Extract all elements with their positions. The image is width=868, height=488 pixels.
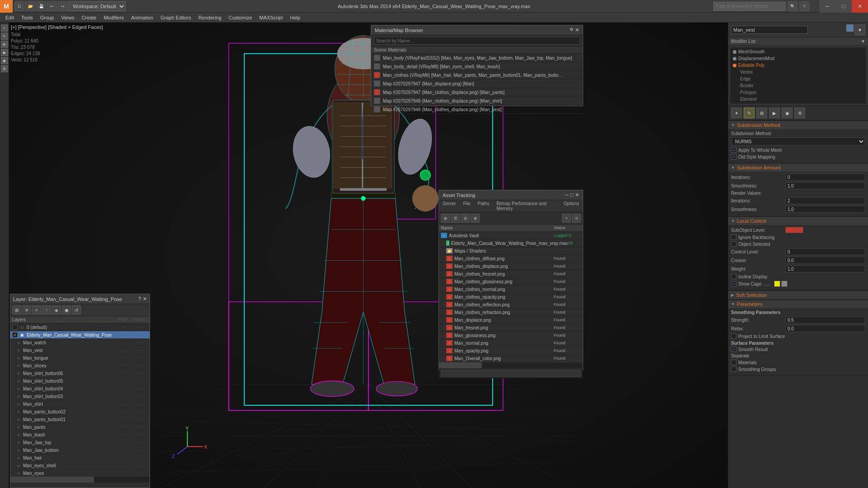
parameters-header[interactable]: ▼ Parameters (728, 300, 868, 308)
menu-help[interactable]: Help (287, 14, 304, 21)
smoothing-groups-checkbox[interactable] (731, 366, 736, 372)
layer-item-pants-btn02[interactable]: ○ Man_pants_button02 - - - - (10, 408, 150, 416)
asset-item-maxfile[interactable]: M Elderly_Man_Casual_Wear_Waiting_Pose_m… (439, 239, 583, 247)
layer-item-elderly[interactable]: ✓ ▣ Elderly_Man_Casual_Wear_Waiting_Pose… (10, 331, 150, 339)
cage-swatch-1[interactable] (774, 281, 780, 287)
smoothness-input[interactable] (785, 182, 865, 189)
maximize-button[interactable]: □ (835, 0, 852, 13)
asset-tool-2[interactable]: ☰ (451, 214, 460, 223)
object-color-icon[interactable] (846, 24, 854, 32)
render-iterations-input[interactable] (785, 197, 865, 204)
weight-input[interactable] (785, 265, 865, 272)
object-icon-2[interactable]: ▼ (854, 24, 865, 35)
layer-refresh-button[interactable]: ↺ (72, 305, 81, 314)
new-button[interactable]: 🗋 (14, 1, 24, 11)
menu-tools[interactable]: Tools (18, 14, 37, 21)
asset-maximize-button[interactable]: □ (570, 192, 573, 198)
hierarchy-tool[interactable]: ⊞ (1, 41, 8, 48)
layer-item-vest[interactable]: ○ Man_vest - - - - (10, 347, 150, 354)
asset-item-vault[interactable]: V Autodesk Vault Logged O (439, 232, 583, 239)
asset-menu-options[interactable]: Options (560, 200, 583, 212)
object-selected-checkbox[interactable] (731, 241, 736, 247)
asset-tool-4[interactable]: ⊞ (471, 214, 480, 223)
mat-item-displace-man[interactable]: Map #2070297947 (Man_displace.png) [Man] (371, 80, 583, 88)
control-level-input[interactable] (785, 248, 865, 255)
layer-item-hair[interactable]: ○ Man_hair - - - - (10, 454, 150, 462)
iterations-input[interactable] (785, 174, 865, 181)
crease-input[interactable] (785, 257, 865, 264)
utility-panel-icon[interactable]: ⚙ (794, 108, 805, 118)
asset-menu-bitmap[interactable]: Bitmap Performance and Memory (493, 200, 560, 212)
minimize-button[interactable]: ─ (819, 0, 835, 13)
layer-item-shoes[interactable]: ○ Man_shoes - - - - (10, 362, 150, 370)
asset-item-img-glossiness[interactable]: I Man_clothes_glossiness.png Found (439, 278, 583, 286)
layer-item-shirt-btn06[interactable]: ○ Man_shirt_button06 - - - - (10, 370, 150, 377)
asset-tool-help[interactable]: ? (562, 214, 571, 223)
utilities-tool[interactable]: ⚙ (1, 65, 8, 72)
asset-tool-3[interactable]: ⊟ (461, 214, 470, 223)
close-button[interactable]: ✕ (852, 0, 868, 13)
subobj-polygon[interactable]: Polygon (731, 89, 865, 96)
materials-checkbox[interactable] (731, 360, 736, 365)
mat-item-displace-vest[interactable]: Map #2070297948 (Man_clothes_displace.pn… (371, 105, 583, 114)
layer-item-watch[interactable]: ○ Man_watch - - - - (10, 339, 150, 347)
asset-item-img-refraction[interactable]: I Man_clothes_refraction.png Found (439, 309, 583, 316)
mat-item-displace-shirt[interactable]: Map #2070297948 (Man_clothes_displace.pn… (371, 97, 583, 105)
layer-item-eyes-shell[interactable]: ○ Man_eyes_shell - - - - (10, 462, 150, 469)
object-name-input[interactable] (731, 26, 808, 34)
layer-default-checkbox[interactable] (12, 324, 18, 330)
motion-panel-icon[interactable]: ▶ (769, 108, 780, 118)
soft-selection-header[interactable]: ▶ Soft Selection (728, 291, 868, 299)
subobj-element[interactable]: Element (731, 96, 865, 103)
subobj-edge[interactable]: Edge (731, 75, 865, 82)
apply-whole-mesh-checkbox[interactable] (731, 147, 736, 153)
layer-item-pants-btn01[interactable]: ○ Man_pants_button01 - - - - (10, 416, 150, 423)
modify-panel-icon[interactable]: ✎ (744, 108, 755, 118)
menu-group[interactable]: Group (37, 14, 58, 21)
layer-item-tongue[interactable]: ○ Man_tongue - - - - (10, 354, 150, 362)
display-panel-icon[interactable]: ◉ (782, 108, 793, 118)
subobj-border[interactable]: Border (731, 82, 865, 89)
layer-item-leash[interactable]: ○ Man_leash - - - - (10, 431, 150, 439)
layer-highlight-button[interactable]: ◉ (62, 305, 71, 314)
mat-item-displace-pants[interactable]: Map #2070297947 (Man_clothes_displace.pn… (371, 88, 583, 97)
menu-rendering[interactable]: Rendering (195, 14, 225, 21)
subobj-vertex[interactable]: Vertex (731, 69, 865, 75)
asset-search-input[interactable] (441, 370, 581, 377)
asset-item-img-reflection[interactable]: I Man_clothes_reflection.png Found (439, 301, 583, 309)
save-button[interactable]: 💾 (36, 1, 46, 11)
mat-item-body-detail[interactable]: Man_body_detail (VRayMtl) [Man_eyes_shel… (371, 62, 583, 71)
layer-scrollbar[interactable] (10, 476, 150, 483)
search-input[interactable] (713, 2, 786, 11)
help-icon[interactable]: ? (799, 1, 809, 11)
asset-menu-server[interactable]: Server (439, 200, 459, 212)
smooth-result-checkbox[interactable] (731, 347, 736, 352)
menu-customize[interactable]: Customize (225, 14, 256, 21)
modifier-editablepoly[interactable]: Editable Poly (731, 62, 865, 69)
modifier-displacement[interactable]: DisplacementMod (731, 55, 865, 62)
asset-item-img-diffuse[interactable]: I Man_clothes_diffuse.png Found (439, 255, 583, 263)
old-style-mapping-checkbox[interactable] (731, 154, 736, 160)
asset-tool-refresh[interactable]: ↺ (572, 214, 581, 223)
create-panel-icon[interactable]: ✦ (731, 108, 742, 118)
layer-new-button[interactable]: ⊞ (12, 305, 21, 314)
layer-item-jaw-bottom[interactable]: ○ Man_Jaw_bottom - - - - (10, 446, 150, 454)
asset-item-img-displace[interactable]: I Man_clothes_displace.png Found (439, 263, 583, 270)
show-cage-checkbox[interactable] (731, 281, 736, 286)
layer-item-shirt-btn04[interactable]: ○ Man_shirt_button04 - - - - (10, 385, 150, 393)
layer-item-pants[interactable]: ○ Man_pants - - - - (10, 423, 150, 431)
asset-item-img-opacity[interactable]: I Man_clothes_opacity.png Found (439, 293, 583, 301)
asset-close-button[interactable]: ✕ (575, 192, 579, 198)
layer-elderly-checkbox[interactable]: ✓ (12, 332, 18, 338)
asset-item-img-fresnel[interactable]: I Man_clothes_fresnel.png Found (439, 270, 583, 278)
asset-item-img-man-displace[interactable]: I Man_displace.png Found (439, 316, 583, 324)
display-tool[interactable]: ◉ (1, 57, 8, 64)
menu-create[interactable]: Create (78, 14, 100, 21)
layer-help-button[interactable]: ? (138, 296, 141, 302)
layer-move-up-button[interactable]: ↑ (42, 305, 51, 314)
subdivision-amount-header[interactable]: ▼ Subdivision Amount (728, 163, 868, 172)
mat-search-input[interactable] (374, 37, 580, 45)
layer-select-button[interactable]: ◈ (52, 305, 61, 314)
subdivision-method-header[interactable]: ▼ Subdivision Method (728, 121, 868, 129)
mat-item-clothes[interactable]: Man_clothes (VRayMtl) [Man_hair, Man_pan… (371, 71, 583, 80)
